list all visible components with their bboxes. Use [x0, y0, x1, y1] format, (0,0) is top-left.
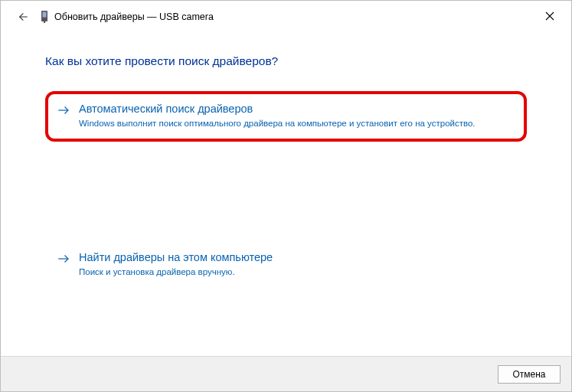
- option-auto-title: Автоматический поиск драйверов: [79, 102, 515, 116]
- dialog-content: Как вы хотите провести поиск драйверов? …: [1, 33, 571, 291]
- option-manual-search[interactable]: Найти драйверы на этом компьютере Поиск …: [45, 240, 527, 290]
- option-auto-desc: Windows выполнит поиск оптимального драй…: [79, 118, 515, 130]
- page-heading: Как вы хотите провести поиск драйверов?: [45, 54, 527, 68]
- arrow-right-icon: [56, 103, 71, 118]
- driver-update-dialog: Обновить драйверы — USB camera Как вы хо…: [0, 0, 572, 392]
- dialog-footer: Отмена: [1, 356, 571, 391]
- option-manual-title: Найти драйверы на этом компьютере: [79, 250, 515, 265]
- close-icon[interactable]: [542, 8, 557, 24]
- svg-rect-2: [44, 21, 45, 23]
- back-icon[interactable]: [15, 9, 30, 24]
- arrow-right-icon: [56, 251, 71, 266]
- titlebar: Обновить драйверы — USB camera: [1, 1, 571, 33]
- window-title: Обновить драйверы — USB camera: [54, 11, 214, 22]
- svg-rect-1: [43, 12, 47, 18]
- option-manual-desc: Поиск и установка драйвера вручную.: [79, 266, 515, 279]
- option-auto-search[interactable]: Автоматический поиск драйверов Windows в…: [45, 91, 527, 142]
- device-icon: [39, 10, 50, 24]
- cancel-button[interactable]: Отмена: [498, 365, 561, 384]
